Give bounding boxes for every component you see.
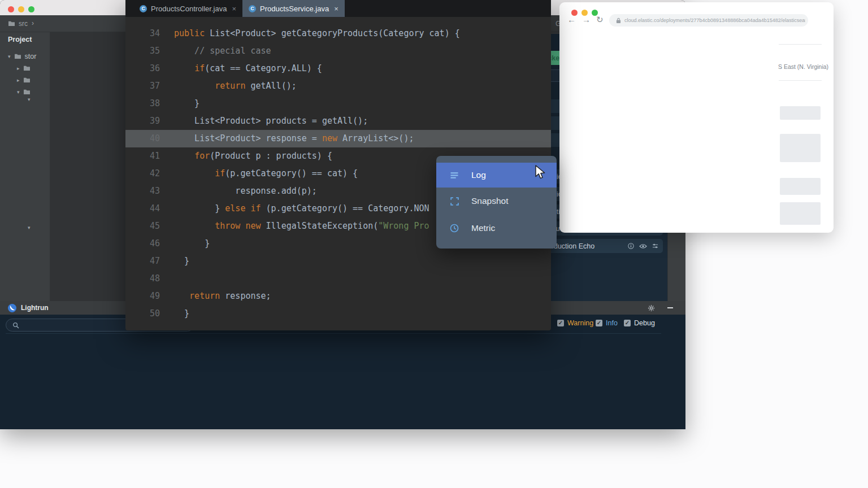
code-line[interactable]: 36 if(cat == Category.ALL) { bbox=[125, 60, 551, 77]
breadcrumb-chevron-icon: › bbox=[32, 19, 34, 27]
zoom-window-button[interactable] bbox=[28, 6, 34, 12]
line-number[interactable]: 37 bbox=[125, 77, 167, 95]
show-type-warning: ✓Warning bbox=[557, 319, 593, 327]
back-icon[interactable]: ← bbox=[567, 15, 576, 24]
skeleton-bar bbox=[780, 178, 821, 195]
info-icon[interactable] bbox=[628, 243, 634, 249]
line-number[interactable]: 47 bbox=[125, 252, 167, 270]
code-line[interactable]: 34public List<Product> getCategoryProduc… bbox=[125, 25, 551, 42]
chevron-down-icon[interactable]: ▾ bbox=[17, 89, 20, 95]
line-number[interactable]: 50 bbox=[125, 305, 167, 323]
menu-item-label: Snapshot bbox=[471, 196, 509, 206]
code-text: public List<Product> getCategoryProducts… bbox=[167, 25, 460, 42]
line-number[interactable]: 41 bbox=[125, 147, 167, 165]
line-number[interactable]: 36 bbox=[125, 60, 167, 77]
breadcrumb[interactable]: src bbox=[19, 20, 28, 28]
ide-traffic-lights bbox=[8, 5, 38, 15]
browser-window: ← → ↻ cloud.elastic.co/deployments/277b4… bbox=[559, 2, 834, 233]
line-number[interactable]: 35 bbox=[125, 42, 167, 60]
code-line[interactable]: 38 } bbox=[125, 95, 551, 112]
code-text: List<Product> products = getAll(); bbox=[167, 112, 368, 130]
warning-checkbox[interactable]: ✓ bbox=[557, 320, 564, 326]
chevron-right-icon[interactable]: ▸ bbox=[17, 77, 20, 83]
snapshot-icon bbox=[450, 197, 459, 206]
folder-icon bbox=[23, 63, 31, 73]
close-icon[interactable]: × bbox=[334, 5, 338, 13]
project-panel-title[interactable]: Project bbox=[8, 36, 32, 43]
tune-icon[interactable] bbox=[652, 243, 658, 249]
close-window-button[interactable] bbox=[8, 6, 14, 12]
chevron-down-icon[interactable]: ▾ bbox=[8, 54, 11, 59]
menu-item-snapshot[interactable]: Snapshot bbox=[436, 188, 557, 215]
minimize-console-icon[interactable] bbox=[667, 307, 673, 308]
tree-item[interactable]: ▾stor bbox=[8, 51, 36, 62]
folder-icon bbox=[23, 75, 31, 85]
skeleton-bar bbox=[780, 106, 821, 120]
console-body: Filter ▾ Tags ▾ more filters ▾ Show Type… bbox=[0, 315, 685, 429]
code-text: response.add(p); bbox=[167, 182, 317, 200]
code-text: } bbox=[167, 305, 189, 323]
mouse-cursor bbox=[535, 165, 548, 182]
address-bar[interactable]: cloud.elastic.co/deployments/277b4cb0891… bbox=[609, 14, 808, 27]
code-text: if(cat == Category.ALL) { bbox=[167, 60, 322, 77]
code-text bbox=[167, 270, 174, 287]
line-number[interactable]: 40 bbox=[125, 130, 167, 147]
code-text: // special case bbox=[167, 42, 271, 60]
line-number[interactable]: 46 bbox=[125, 235, 167, 252]
gear-icon[interactable] bbox=[648, 304, 655, 312]
log-icon bbox=[450, 172, 459, 179]
reload-icon[interactable]: ↻ bbox=[596, 15, 604, 25]
code-text: } bbox=[167, 252, 189, 270]
code-line[interactable]: 35 // special case bbox=[125, 42, 551, 60]
editor-tab[interactable]: CProductsController.java× bbox=[133, 0, 242, 17]
code-text: for(Product p : products) { bbox=[167, 147, 332, 165]
tree-item[interactable]: ▾ bbox=[28, 97, 31, 102]
debug-label: Debug bbox=[634, 319, 655, 327]
code-line[interactable]: 50 } bbox=[125, 305, 551, 323]
code-text: if(p.getCategory() == cat) { bbox=[167, 165, 358, 182]
line-number[interactable]: 38 bbox=[125, 95, 167, 112]
code-line[interactable]: 39 List<Product> products = getAll(); bbox=[125, 112, 551, 130]
line-number[interactable]: 49 bbox=[125, 287, 167, 305]
code-line[interactable]: 47 } bbox=[125, 252, 551, 270]
line-number[interactable]: 39 bbox=[125, 112, 167, 130]
code-line[interactable]: 37 return getAll(); bbox=[125, 77, 551, 95]
warning-label: Warning bbox=[567, 319, 593, 327]
line-number[interactable]: 44 bbox=[125, 200, 167, 217]
folder-icon bbox=[23, 87, 31, 97]
menu-item-metric[interactable]: Metric bbox=[436, 215, 557, 242]
minimize-window-button[interactable] bbox=[18, 6, 24, 12]
tree-item[interactable]: ▸ bbox=[17, 75, 34, 85]
code-text: List<Product> response = new ArrayList<>… bbox=[167, 130, 414, 147]
chevron-right-icon[interactable]: ▸ bbox=[17, 66, 20, 71]
page-divider bbox=[779, 44, 822, 45]
info-checkbox[interactable]: ✓ bbox=[596, 320, 602, 326]
show-type-info: ✓Info bbox=[596, 319, 618, 327]
skeleton-bar bbox=[780, 202, 821, 225]
tree-item[interactable]: ▸ bbox=[17, 63, 34, 73]
editor-tab[interactable]: CProductsService.java× bbox=[242, 0, 345, 17]
chevron-down-icon[interactable]: ▾ bbox=[28, 225, 31, 230]
line-number[interactable]: 34 bbox=[125, 25, 167, 42]
line-number[interactable]: 48 bbox=[125, 270, 167, 287]
forward-icon[interactable]: → bbox=[582, 15, 591, 24]
debug-checkbox[interactable]: ✓ bbox=[624, 320, 631, 326]
page-region-text: S East (N. Virginia) bbox=[778, 63, 828, 70]
code-line[interactable]: 48 bbox=[125, 270, 551, 287]
search-icon bbox=[12, 322, 19, 329]
chevron-down-icon[interactable]: ▾ bbox=[28, 97, 31, 102]
line-number[interactable]: 42 bbox=[125, 165, 167, 182]
code-line[interactable]: 40 List<Product> response = new ArrayLis… bbox=[125, 130, 551, 147]
info-label: Info bbox=[606, 319, 618, 327]
code-text: return getAll(); bbox=[167, 77, 297, 95]
line-number[interactable]: 43 bbox=[125, 182, 167, 200]
lightrun-logo-icon bbox=[8, 304, 16, 312]
line-number[interactable]: 45 bbox=[125, 217, 167, 235]
close-icon[interactable]: × bbox=[232, 5, 236, 13]
code-line[interactable]: 49 return response; bbox=[125, 287, 551, 305]
eye-icon[interactable] bbox=[639, 243, 647, 249]
tree-item[interactable]: ▾ bbox=[28, 225, 31, 230]
page-divider bbox=[779, 80, 822, 81]
code-text: } bbox=[167, 235, 210, 252]
tree-item[interactable]: ▾ bbox=[17, 87, 34, 97]
